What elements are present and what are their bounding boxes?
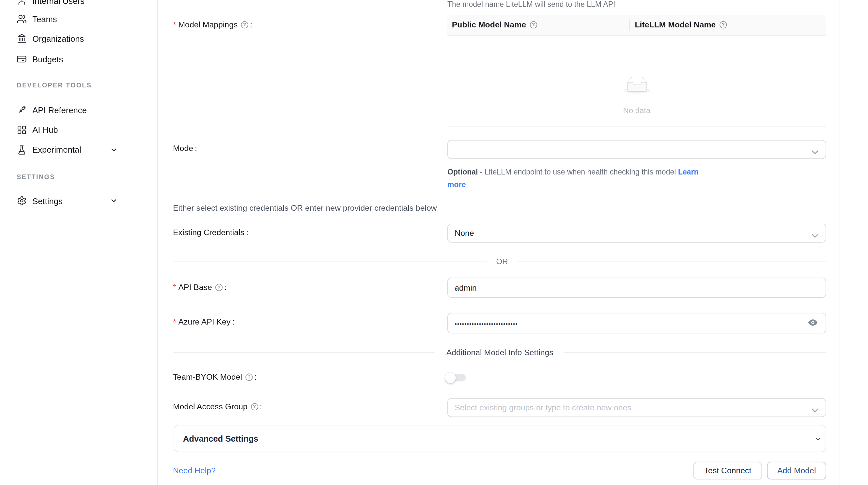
azure-api-key-label: * Azure API Key :: [173, 317, 234, 326]
chevron-down-icon: [811, 147, 818, 156]
right-panel-divider: [840, 0, 840, 485]
existing-credentials-select[interactable]: None: [447, 224, 826, 243]
eye-icon[interactable]: [808, 318, 818, 327]
divider-line: [564, 352, 826, 353]
landmark-icon: [17, 34, 27, 44]
api-base-value: admin: [455, 283, 477, 292]
chevron-down-icon: [811, 231, 818, 240]
credit-card-icon: [17, 54, 27, 64]
model-access-group-placeholder: Select existing groups or type to create…: [455, 403, 631, 412]
api-base-input[interactable]: admin: [447, 278, 826, 298]
divider-line: [173, 352, 435, 353]
app-root: Internal Users Teams Organizations Budge…: [0, 0, 868, 485]
no-data-text: No data: [447, 106, 826, 115]
flask-icon: [17, 145, 27, 155]
chevron-down-icon: [811, 406, 818, 414]
column-header-litellm-model-name: LiteLLM Model Name: [635, 20, 727, 29]
existing-credentials-label: Existing Credentials :: [173, 228, 248, 237]
model-mappings-table: Public Model Name LiteLLM Model Name: [447, 15, 826, 127]
required-asterisk: *: [173, 317, 176, 326]
sidebar-item-label: Budgets: [32, 55, 63, 64]
empty-state-icon: [447, 76, 826, 96]
sidebar-item-internal-users[interactable]: Internal Users: [17, 0, 146, 8]
mode-select[interactable]: [447, 140, 826, 159]
sidebar-item-experimental[interactable]: Experimental: [17, 142, 146, 157]
sidebar: Internal Users Teams Organizations Budge…: [0, 0, 158, 485]
column-header-public-model-name: Public Model Name: [452, 20, 537, 29]
team-byok-toggle[interactable]: [444, 371, 468, 384]
team-byok-label: Team-BYOK Model :: [173, 373, 257, 381]
sidebar-item-ai-hub[interactable]: AI Hub: [17, 122, 146, 137]
gear-icon: [17, 196, 27, 206]
model-access-group-select[interactable]: Select existing groups or type to create…: [447, 398, 826, 417]
credentials-note: Either select existing credentials OR en…: [173, 203, 437, 212]
advanced-settings-panel[interactable]: Advanced Settings: [174, 425, 826, 452]
additional-settings-divider-text: Additional Model Info Settings: [436, 348, 563, 357]
divider-line: [517, 262, 826, 262]
sidebar-item-label: Experimental: [32, 145, 81, 154]
sidebar-section-developer-tools: DEVELOPER TOOLS: [17, 82, 92, 89]
toggle-thumb: [445, 372, 456, 383]
existing-credentials-value: None: [455, 229, 474, 237]
mode-label: Mode :: [173, 144, 197, 153]
model-access-group-label: Model Access Group :: [173, 402, 262, 411]
chevron-down-icon: [814, 435, 822, 445]
learn-more-link[interactable]: Learn: [678, 168, 699, 176]
model-mappings-label: * Model Mappings :: [173, 20, 252, 29]
question-circle-icon[interactable]: [251, 403, 258, 410]
azure-api-key-input[interactable]: ••••••••••••••••••••••••••: [447, 313, 826, 333]
column-divider: [629, 20, 630, 31]
advanced-settings-title: Advanced Settings: [183, 434, 258, 443]
question-circle-icon[interactable]: [241, 21, 248, 28]
required-asterisk: *: [173, 283, 176, 292]
sidebar-item-label: Settings: [32, 196, 63, 205]
sidebar-item-api-reference[interactable]: API Reference: [17, 103, 146, 117]
chevron-down-icon: [110, 197, 118, 207]
question-circle-icon[interactable]: [719, 21, 727, 28]
model-name-help-note: The model name LiteLLM will send to the …: [447, 0, 615, 8]
question-circle-icon[interactable]: [530, 21, 537, 28]
learn-more-link[interactable]: more: [447, 181, 466, 189]
sidebar-item-settings[interactable]: Settings: [17, 193, 146, 208]
sidebar-item-label: API Reference: [32, 105, 87, 115]
users-icon: [17, 14, 27, 24]
or-divider-text: OR: [487, 257, 518, 266]
required-asterisk: *: [173, 20, 176, 29]
api-base-label: * API Base :: [173, 283, 226, 292]
sidebar-item-teams[interactable]: Teams: [17, 12, 146, 26]
mode-help-text: Optional - LiteLLM endpoint to use when …: [447, 166, 699, 191]
question-circle-icon[interactable]: [215, 284, 222, 291]
grid-icon: [17, 125, 27, 135]
sidebar-item-label: Internal Users: [32, 0, 85, 5]
divider-line: [173, 262, 487, 262]
sidebar-item-label: Organizations: [32, 34, 84, 43]
masked-password-value: ••••••••••••••••••••••••••: [455, 320, 518, 327]
sidebar-item-organizations[interactable]: Organizations: [17, 31, 146, 46]
question-circle-icon[interactable]: [245, 374, 253, 381]
sidebar-item-label: AI Hub: [32, 125, 58, 134]
table-header: Public Model Name LiteLLM Model Name: [447, 15, 826, 36]
test-connect-button[interactable]: Test Connect: [693, 461, 762, 480]
sidebar-section-settings: SETTINGS: [17, 173, 55, 181]
plug-icon: [17, 105, 27, 115]
chevron-down-icon: [110, 146, 118, 156]
user-icon: [17, 0, 27, 5]
need-help-link[interactable]: Need Help?: [173, 466, 216, 475]
sidebar-item-budgets[interactable]: Budgets: [17, 52, 146, 66]
sidebar-item-label: Teams: [32, 14, 57, 24]
add-model-button[interactable]: Add Model: [767, 461, 826, 480]
